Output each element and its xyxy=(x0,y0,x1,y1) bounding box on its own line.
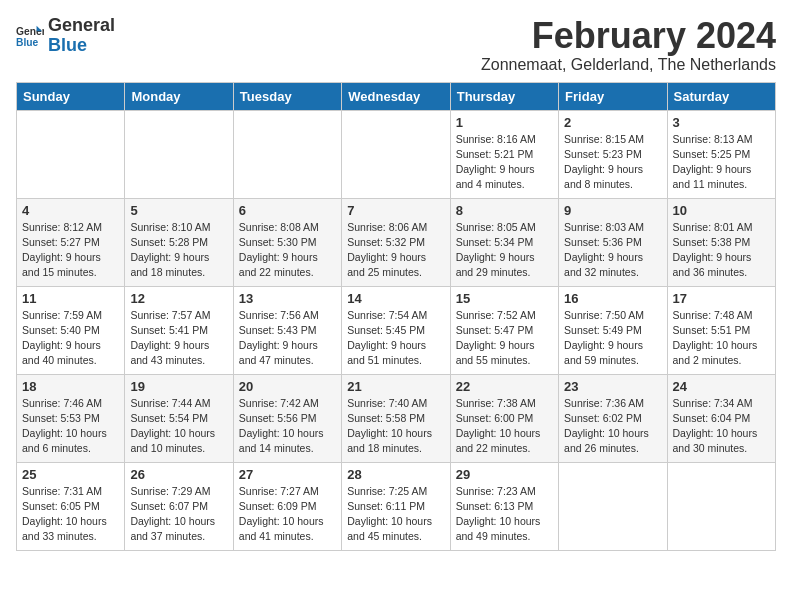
day-number: 29 xyxy=(456,467,553,482)
calendar-cell: 17Sunrise: 7:48 AM Sunset: 5:51 PM Dayli… xyxy=(667,286,775,374)
calendar-cell: 12Sunrise: 7:57 AM Sunset: 5:41 PM Dayli… xyxy=(125,286,233,374)
calendar-cell: 22Sunrise: 7:38 AM Sunset: 6:00 PM Dayli… xyxy=(450,374,558,462)
calendar-week-row: 1Sunrise: 8:16 AM Sunset: 5:21 PM Daylig… xyxy=(17,110,776,198)
day-info: Sunrise: 7:42 AM Sunset: 5:56 PM Dayligh… xyxy=(239,396,336,457)
calendar-cell: 28Sunrise: 7:25 AM Sunset: 6:11 PM Dayli… xyxy=(342,462,450,550)
logo-blue: Blue xyxy=(48,36,115,56)
calendar-week-row: 18Sunrise: 7:46 AM Sunset: 5:53 PM Dayli… xyxy=(17,374,776,462)
calendar-cell: 1Sunrise: 8:16 AM Sunset: 5:21 PM Daylig… xyxy=(450,110,558,198)
day-info: Sunrise: 8:05 AM Sunset: 5:34 PM Dayligh… xyxy=(456,220,553,281)
day-info: Sunrise: 7:56 AM Sunset: 5:43 PM Dayligh… xyxy=(239,308,336,369)
header-thursday: Thursday xyxy=(450,82,558,110)
calendar-cell: 14Sunrise: 7:54 AM Sunset: 5:45 PM Dayli… xyxy=(342,286,450,374)
day-info: Sunrise: 8:10 AM Sunset: 5:28 PM Dayligh… xyxy=(130,220,227,281)
header-saturday: Saturday xyxy=(667,82,775,110)
calendar-cell: 26Sunrise: 7:29 AM Sunset: 6:07 PM Dayli… xyxy=(125,462,233,550)
calendar-cell xyxy=(342,110,450,198)
header-tuesday: Tuesday xyxy=(233,82,341,110)
day-info: Sunrise: 7:36 AM Sunset: 6:02 PM Dayligh… xyxy=(564,396,661,457)
calendar-cell xyxy=(233,110,341,198)
calendar-cell: 25Sunrise: 7:31 AM Sunset: 6:05 PM Dayli… xyxy=(17,462,125,550)
day-number: 16 xyxy=(564,291,661,306)
title-area: February 2024 Zonnemaat, Gelderland, The… xyxy=(481,16,776,74)
day-info: Sunrise: 7:46 AM Sunset: 5:53 PM Dayligh… xyxy=(22,396,119,457)
header-friday: Friday xyxy=(559,82,667,110)
header-sunday: Sunday xyxy=(17,82,125,110)
day-info: Sunrise: 8:03 AM Sunset: 5:36 PM Dayligh… xyxy=(564,220,661,281)
day-info: Sunrise: 7:48 AM Sunset: 5:51 PM Dayligh… xyxy=(673,308,770,369)
svg-text:General: General xyxy=(16,26,44,37)
calendar-cell: 6Sunrise: 8:08 AM Sunset: 5:30 PM Daylig… xyxy=(233,198,341,286)
day-info: Sunrise: 7:29 AM Sunset: 6:07 PM Dayligh… xyxy=(130,484,227,545)
calendar-cell xyxy=(125,110,233,198)
calendar-cell: 7Sunrise: 8:06 AM Sunset: 5:32 PM Daylig… xyxy=(342,198,450,286)
calendar-cell: 16Sunrise: 7:50 AM Sunset: 5:49 PM Dayli… xyxy=(559,286,667,374)
day-info: Sunrise: 7:54 AM Sunset: 5:45 PM Dayligh… xyxy=(347,308,444,369)
location-title: Zonnemaat, Gelderland, The Netherlands xyxy=(481,56,776,74)
day-number: 14 xyxy=(347,291,444,306)
day-number: 12 xyxy=(130,291,227,306)
svg-text:Blue: Blue xyxy=(16,37,39,48)
day-info: Sunrise: 8:08 AM Sunset: 5:30 PM Dayligh… xyxy=(239,220,336,281)
calendar-cell xyxy=(559,462,667,550)
day-number: 7 xyxy=(347,203,444,218)
calendar-header-row: SundayMondayTuesdayWednesdayThursdayFrid… xyxy=(17,82,776,110)
calendar-cell: 2Sunrise: 8:15 AM Sunset: 5:23 PM Daylig… xyxy=(559,110,667,198)
calendar-cell xyxy=(17,110,125,198)
day-number: 2 xyxy=(564,115,661,130)
calendar-cell: 19Sunrise: 7:44 AM Sunset: 5:54 PM Dayli… xyxy=(125,374,233,462)
calendar-cell: 3Sunrise: 8:13 AM Sunset: 5:25 PM Daylig… xyxy=(667,110,775,198)
calendar-cell: 29Sunrise: 7:23 AM Sunset: 6:13 PM Dayli… xyxy=(450,462,558,550)
day-number: 26 xyxy=(130,467,227,482)
day-number: 19 xyxy=(130,379,227,394)
day-info: Sunrise: 7:38 AM Sunset: 6:00 PM Dayligh… xyxy=(456,396,553,457)
day-number: 8 xyxy=(456,203,553,218)
day-number: 20 xyxy=(239,379,336,394)
calendar-week-row: 25Sunrise: 7:31 AM Sunset: 6:05 PM Dayli… xyxy=(17,462,776,550)
day-number: 22 xyxy=(456,379,553,394)
day-info: Sunrise: 7:27 AM Sunset: 6:09 PM Dayligh… xyxy=(239,484,336,545)
day-info: Sunrise: 8:15 AM Sunset: 5:23 PM Dayligh… xyxy=(564,132,661,193)
calendar-cell: 9Sunrise: 8:03 AM Sunset: 5:36 PM Daylig… xyxy=(559,198,667,286)
day-number: 9 xyxy=(564,203,661,218)
day-info: Sunrise: 7:25 AM Sunset: 6:11 PM Dayligh… xyxy=(347,484,444,545)
day-info: Sunrise: 7:34 AM Sunset: 6:04 PM Dayligh… xyxy=(673,396,770,457)
day-number: 5 xyxy=(130,203,227,218)
day-number: 15 xyxy=(456,291,553,306)
day-info: Sunrise: 7:31 AM Sunset: 6:05 PM Dayligh… xyxy=(22,484,119,545)
day-info: Sunrise: 8:06 AM Sunset: 5:32 PM Dayligh… xyxy=(347,220,444,281)
day-number: 13 xyxy=(239,291,336,306)
day-number: 24 xyxy=(673,379,770,394)
day-number: 4 xyxy=(22,203,119,218)
calendar-table: SundayMondayTuesdayWednesdayThursdayFrid… xyxy=(16,82,776,551)
day-info: Sunrise: 8:01 AM Sunset: 5:38 PM Dayligh… xyxy=(673,220,770,281)
month-title: February 2024 xyxy=(481,16,776,56)
day-info: Sunrise: 7:50 AM Sunset: 5:49 PM Dayligh… xyxy=(564,308,661,369)
header-wednesday: Wednesday xyxy=(342,82,450,110)
day-info: Sunrise: 7:23 AM Sunset: 6:13 PM Dayligh… xyxy=(456,484,553,545)
calendar-cell: 24Sunrise: 7:34 AM Sunset: 6:04 PM Dayli… xyxy=(667,374,775,462)
day-info: Sunrise: 7:59 AM Sunset: 5:40 PM Dayligh… xyxy=(22,308,119,369)
logo-general: General xyxy=(48,16,115,36)
calendar-cell: 15Sunrise: 7:52 AM Sunset: 5:47 PM Dayli… xyxy=(450,286,558,374)
day-number: 28 xyxy=(347,467,444,482)
day-number: 25 xyxy=(22,467,119,482)
day-number: 10 xyxy=(673,203,770,218)
day-number: 21 xyxy=(347,379,444,394)
calendar-cell: 11Sunrise: 7:59 AM Sunset: 5:40 PM Dayli… xyxy=(17,286,125,374)
day-number: 1 xyxy=(456,115,553,130)
calendar-cell xyxy=(667,462,775,550)
calendar-cell: 5Sunrise: 8:10 AM Sunset: 5:28 PM Daylig… xyxy=(125,198,233,286)
calendar-cell: 18Sunrise: 7:46 AM Sunset: 5:53 PM Dayli… xyxy=(17,374,125,462)
day-number: 17 xyxy=(673,291,770,306)
day-info: Sunrise: 7:57 AM Sunset: 5:41 PM Dayligh… xyxy=(130,308,227,369)
calendar-week-row: 11Sunrise: 7:59 AM Sunset: 5:40 PM Dayli… xyxy=(17,286,776,374)
day-info: Sunrise: 8:12 AM Sunset: 5:27 PM Dayligh… xyxy=(22,220,119,281)
day-info: Sunrise: 8:13 AM Sunset: 5:25 PM Dayligh… xyxy=(673,132,770,193)
day-number: 18 xyxy=(22,379,119,394)
calendar-cell: 23Sunrise: 7:36 AM Sunset: 6:02 PM Dayli… xyxy=(559,374,667,462)
day-number: 27 xyxy=(239,467,336,482)
day-number: 6 xyxy=(239,203,336,218)
calendar-cell: 4Sunrise: 8:12 AM Sunset: 5:27 PM Daylig… xyxy=(17,198,125,286)
calendar-week-row: 4Sunrise: 8:12 AM Sunset: 5:27 PM Daylig… xyxy=(17,198,776,286)
